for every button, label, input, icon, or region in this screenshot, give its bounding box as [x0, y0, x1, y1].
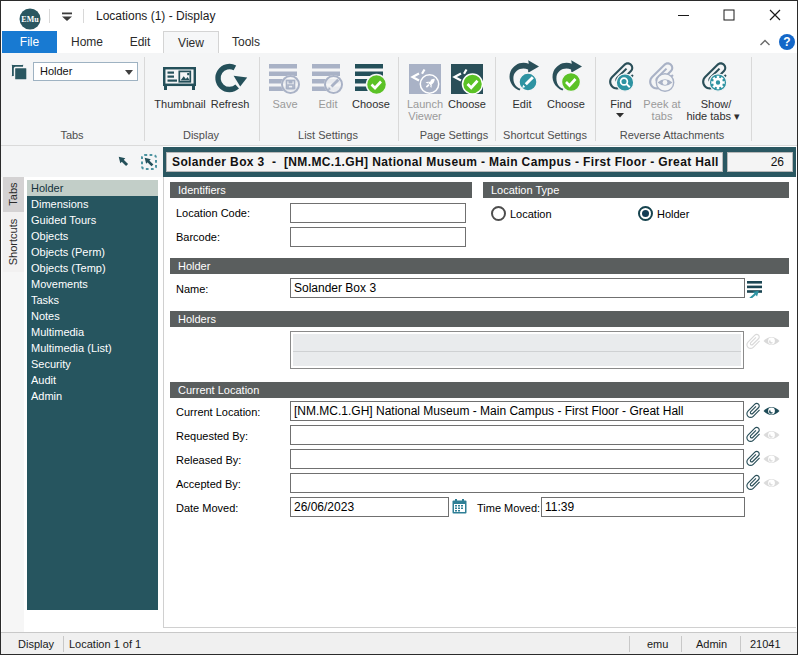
svg-text:EMu: EMu: [21, 15, 39, 24]
svg-text:?: ?: [783, 35, 790, 49]
